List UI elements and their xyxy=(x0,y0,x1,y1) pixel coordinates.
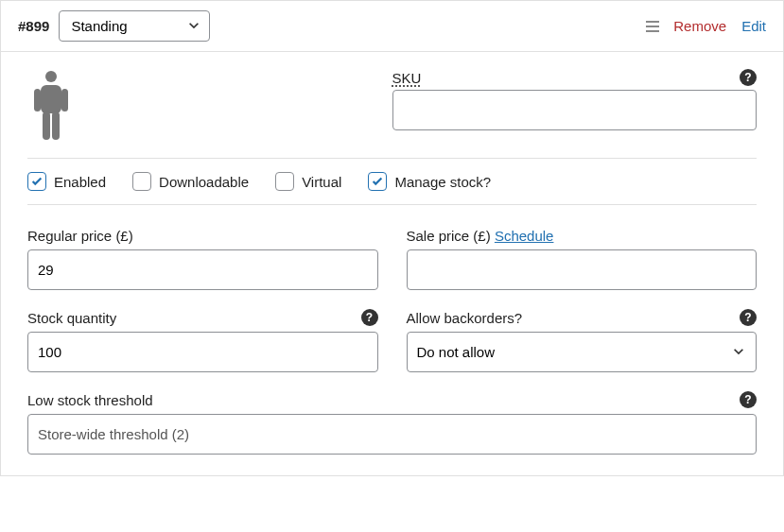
variation-image-placeholder[interactable] xyxy=(27,69,75,145)
svg-rect-4 xyxy=(43,112,50,140)
variation-id: #899 xyxy=(18,18,49,34)
remove-link[interactable]: Remove xyxy=(673,18,726,34)
virtual-checkbox[interactable]: Virtual xyxy=(275,172,341,191)
sku-input[interactable] xyxy=(392,90,758,130)
low-stock-label: Low stock threshold xyxy=(27,392,153,408)
manage-stock-label: Manage stock? xyxy=(394,174,491,190)
sale-price-input[interactable] xyxy=(407,249,758,290)
person-icon xyxy=(31,70,71,144)
enabled-label: Enabled xyxy=(54,174,106,190)
backorders-label: Allow backorders? xyxy=(407,310,523,326)
svg-rect-3 xyxy=(61,89,68,112)
stock-quantity-label: Stock quantity xyxy=(27,310,116,326)
svg-rect-1 xyxy=(41,85,61,113)
drag-handle-icon[interactable] xyxy=(645,20,660,33)
sku-label: SKU xyxy=(392,70,422,86)
manage-stock-checkbox[interactable]: Manage stock? xyxy=(368,172,491,191)
schedule-link[interactable]: Schedule xyxy=(495,228,554,244)
help-icon[interactable]: ? xyxy=(361,309,378,326)
backorders-select[interactable]: Do not allow xyxy=(407,332,758,372)
variation-header: #899 Standing Remove Edit xyxy=(1,1,783,52)
attribute-select[interactable]: Standing xyxy=(59,10,210,42)
regular-price-input[interactable] xyxy=(27,249,378,290)
edit-link[interactable]: Edit xyxy=(741,18,766,34)
low-stock-input[interactable] xyxy=(27,414,757,455)
virtual-label: Virtual xyxy=(302,174,341,190)
help-icon[interactable]: ? xyxy=(740,391,757,408)
svg-rect-2 xyxy=(34,89,41,112)
sale-price-label: Sale price (£) xyxy=(407,228,491,244)
stock-quantity-input[interactable] xyxy=(27,332,378,372)
regular-price-label: Regular price (£) xyxy=(27,228,133,244)
enabled-checkbox[interactable]: Enabled xyxy=(27,172,106,191)
checkbox-row: Enabled Downloadable Virtual Manage stoc… xyxy=(27,159,757,205)
downloadable-label: Downloadable xyxy=(159,174,249,190)
downloadable-checkbox[interactable]: Downloadable xyxy=(132,172,249,191)
svg-rect-5 xyxy=(52,112,60,140)
help-icon[interactable]: ? xyxy=(740,309,757,326)
help-icon[interactable]: ? xyxy=(740,69,757,86)
svg-point-0 xyxy=(45,71,57,82)
